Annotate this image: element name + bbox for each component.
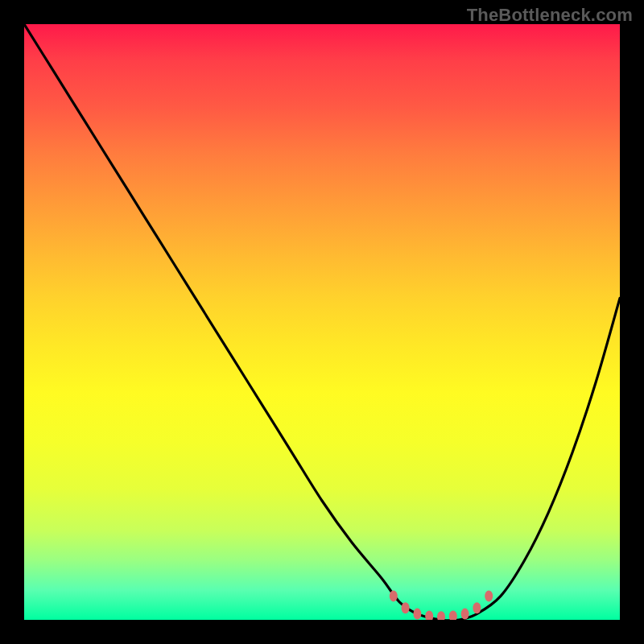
curve-svg bbox=[24, 24, 620, 620]
bottleneck-curve bbox=[24, 24, 620, 620]
valley-marker bbox=[402, 602, 410, 613]
valley-marker bbox=[449, 611, 457, 620]
valley-marker bbox=[485, 590, 493, 601]
valley-markers bbox=[390, 590, 493, 620]
valley-marker bbox=[461, 609, 469, 620]
valley-marker bbox=[413, 609, 421, 620]
valley-marker bbox=[390, 590, 398, 601]
watermark-text: TheBottleneck.com bbox=[467, 5, 633, 26]
valley-marker bbox=[473, 602, 481, 613]
valley-marker bbox=[437, 611, 445, 620]
valley-marker bbox=[425, 611, 433, 620]
chart-container: TheBottleneck.com bbox=[0, 0, 644, 644]
